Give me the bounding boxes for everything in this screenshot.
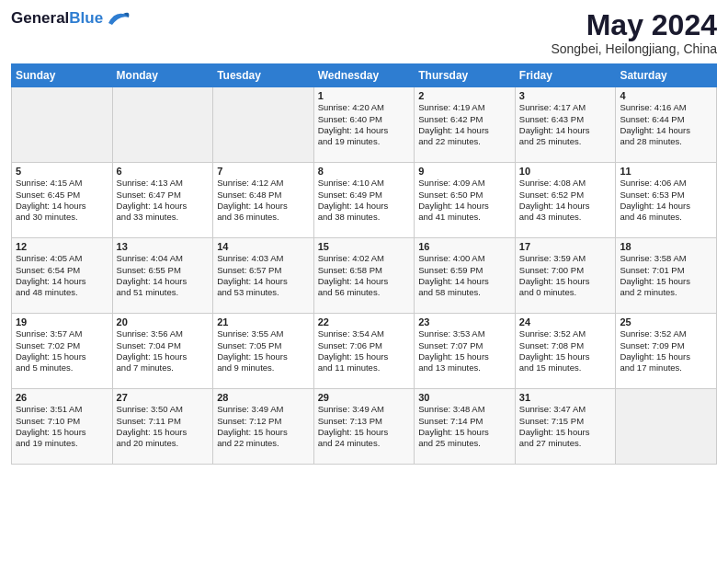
day-info: Daylight: 15 hours	[318, 427, 411, 438]
day-header-monday: Monday	[112, 64, 213, 87]
day-number: 25	[620, 316, 712, 327]
calendar-cell: 13Sunrise: 4:04 AMSunset: 6:55 PMDayligh…	[112, 238, 213, 314]
day-info: Daylight: 15 hours	[217, 427, 310, 438]
day-info: Sunset: 6:50 PM	[418, 190, 511, 201]
day-number: 6	[117, 166, 210, 177]
day-number: 21	[217, 316, 310, 327]
day-number: 24	[519, 316, 612, 327]
day-info: Sunrise: 3:55 AM	[217, 328, 310, 339]
calendar-week-2: 5Sunrise: 4:15 AMSunset: 6:45 PMDaylight…	[12, 163, 717, 238]
day-info: Sunset: 7:05 PM	[217, 340, 310, 351]
day-info: Sunset: 7:11 PM	[117, 416, 210, 427]
day-info: Sunset: 7:08 PM	[519, 340, 612, 351]
day-number: 17	[519, 241, 612, 252]
day-number: 11	[620, 166, 712, 177]
day-number: 4	[620, 90, 712, 101]
day-info: and 24 minutes.	[318, 438, 411, 449]
day-info: and 11 minutes.	[318, 362, 411, 373]
calendar-cell: 15Sunrise: 4:02 AMSunset: 6:58 PMDayligh…	[313, 238, 415, 314]
day-info: Sunset: 6:58 PM	[318, 265, 411, 276]
day-info: and 19 minutes.	[318, 136, 411, 147]
calendar-cell: 31Sunrise: 3:47 AMSunset: 7:15 PMDayligh…	[515, 389, 616, 465]
calendar-cell: 25Sunrise: 3:52 AMSunset: 7:09 PMDayligh…	[616, 314, 717, 389]
day-number: 12	[16, 241, 108, 252]
day-info: Daylight: 14 hours	[217, 201, 310, 212]
month-title: May 2024	[551, 9, 717, 41]
day-info: and 41 minutes.	[418, 212, 511, 223]
day-info: Sunset: 7:12 PM	[217, 416, 310, 427]
day-info: and 46 minutes.	[620, 212, 712, 223]
day-info: Daylight: 15 hours	[16, 427, 108, 438]
day-info: Sunrise: 4:08 AM	[519, 178, 612, 189]
calendar-cell: 18Sunrise: 3:58 AMSunset: 7:01 PMDayligh…	[616, 238, 717, 314]
day-info: and 9 minutes.	[217, 362, 310, 373]
calendar-cell: 16Sunrise: 4:00 AMSunset: 6:59 PMDayligh…	[415, 238, 516, 314]
day-number: 14	[217, 241, 310, 252]
calendar-cell: 14Sunrise: 4:03 AMSunset: 6:57 PMDayligh…	[213, 238, 314, 314]
calendar-week-5: 26Sunrise: 3:51 AMSunset: 7:10 PMDayligh…	[12, 389, 717, 465]
day-info: Sunrise: 4:15 AM	[16, 178, 108, 189]
day-info: and 33 minutes.	[117, 212, 210, 223]
page-container: GeneralBlue May 2024 Songbei, Heilongjia…	[0, 0, 728, 474]
logo: GeneralBlue	[11, 9, 131, 28]
day-info: Sunrise: 3:57 AM	[16, 328, 108, 339]
day-header-friday: Friday	[515, 64, 616, 87]
day-info: Sunset: 7:10 PM	[16, 416, 108, 427]
day-info: Daylight: 14 hours	[418, 125, 511, 136]
day-info: Sunrise: 3:59 AM	[519, 253, 612, 264]
day-number: 5	[16, 166, 108, 177]
day-info: Daylight: 15 hours	[16, 351, 108, 362]
logo-general: GeneralBlue	[11, 9, 103, 28]
day-number: 18	[620, 241, 712, 252]
day-number: 28	[217, 392, 310, 403]
calendar-header-row: SundayMondayTuesdayWednesdayThursdayFrid…	[12, 64, 717, 87]
day-info: Sunset: 6:40 PM	[318, 114, 411, 125]
day-info: Sunset: 6:54 PM	[16, 265, 108, 276]
day-info: and 19 minutes.	[16, 438, 108, 449]
day-info: Sunset: 6:48 PM	[217, 190, 310, 201]
day-info: Sunset: 7:01 PM	[620, 265, 712, 276]
day-info: and 25 minutes.	[519, 136, 612, 147]
day-info: Daylight: 15 hours	[519, 351, 612, 362]
day-info: Sunset: 6:55 PM	[117, 265, 210, 276]
day-number: 3	[519, 90, 612, 101]
day-number: 8	[318, 166, 411, 177]
day-info: and 30 minutes.	[16, 212, 108, 223]
day-info: Sunrise: 3:48 AM	[418, 404, 511, 415]
day-number: 2	[418, 90, 511, 101]
day-info: and 27 minutes.	[519, 438, 612, 449]
day-info: Sunrise: 4:10 AM	[318, 178, 411, 189]
day-info: Daylight: 15 hours	[418, 427, 511, 438]
day-number: 29	[318, 392, 411, 403]
day-info: and 2 minutes.	[620, 287, 712, 298]
calendar-cell: 28Sunrise: 3:49 AMSunset: 7:12 PMDayligh…	[213, 389, 314, 465]
day-number: 23	[418, 316, 511, 327]
day-info: Sunrise: 3:58 AM	[620, 253, 712, 264]
day-info: Daylight: 14 hours	[117, 201, 210, 212]
calendar-cell: 1Sunrise: 4:20 AMSunset: 6:40 PMDaylight…	[313, 87, 415, 163]
day-info: Sunrise: 4:20 AM	[318, 102, 411, 113]
day-info: and 15 minutes.	[519, 362, 612, 373]
day-info: Sunrise: 3:54 AM	[318, 328, 411, 339]
day-info: Sunrise: 4:03 AM	[217, 253, 310, 264]
day-info: Daylight: 15 hours	[117, 427, 210, 438]
calendar-cell: 9Sunrise: 4:09 AMSunset: 6:50 PMDaylight…	[415, 163, 516, 238]
calendar-week-1: 1Sunrise: 4:20 AMSunset: 6:40 PMDaylight…	[12, 87, 717, 163]
day-info: Daylight: 14 hours	[217, 276, 310, 287]
day-info: Sunrise: 3:56 AM	[117, 328, 210, 339]
calendar-cell: 20Sunrise: 3:56 AMSunset: 7:04 PMDayligh…	[112, 314, 213, 389]
day-number: 26	[16, 392, 108, 403]
day-info: Sunrise: 3:49 AM	[318, 404, 411, 415]
day-info: and 53 minutes.	[217, 287, 310, 298]
day-info: Sunset: 7:04 PM	[117, 340, 210, 351]
day-info: and 0 minutes.	[519, 287, 612, 298]
day-info: Sunset: 7:07 PM	[418, 340, 511, 351]
day-info: Daylight: 15 hours	[418, 351, 511, 362]
day-info: Daylight: 14 hours	[117, 276, 210, 287]
calendar-cell	[12, 87, 113, 163]
calendar-cell: 21Sunrise: 3:55 AMSunset: 7:05 PMDayligh…	[213, 314, 314, 389]
calendar-cell: 6Sunrise: 4:13 AMSunset: 6:47 PMDaylight…	[112, 163, 213, 238]
calendar-week-4: 19Sunrise: 3:57 AMSunset: 7:02 PMDayligh…	[12, 314, 717, 389]
day-info: Daylight: 15 hours	[117, 351, 210, 362]
day-info: Sunrise: 3:47 AM	[519, 404, 612, 415]
